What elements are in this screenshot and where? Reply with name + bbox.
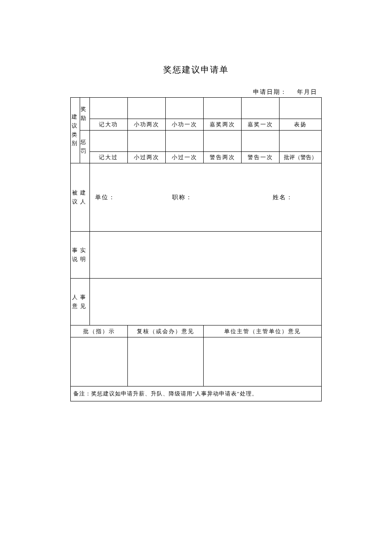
punish-opt-2: 小过一次 xyxy=(165,152,203,163)
person-label: 被建议人 xyxy=(72,189,89,206)
reward-sublabel-cell: 奖励 xyxy=(80,98,89,131)
reward-opt-3: 嘉奖两次 xyxy=(203,119,241,131)
person-title-label: 职称： xyxy=(172,194,245,201)
punish-box-0[interactable] xyxy=(89,131,127,152)
person-unit-label: 单位： xyxy=(92,194,172,201)
category-label: 建议类别 xyxy=(72,113,80,148)
reward-sublabel: 奖励 xyxy=(80,105,89,123)
reward-box-1[interactable] xyxy=(127,98,165,119)
punish-sublabel-cell: 惩罚 xyxy=(80,131,89,163)
approval-header-1: 复核（或会办）意见 xyxy=(127,325,203,337)
date-value: 年月日 xyxy=(297,89,317,95)
punish-opt-3: 警告两次 xyxy=(203,152,241,163)
punish-box-4[interactable] xyxy=(241,131,279,152)
form-table: 建议类别 奖励 记大功 小功两次 小功一次 嘉奖两次 嘉奖一次 表扬 惩罚 xyxy=(70,97,322,401)
approval-header-2: 单位主管（主管单位）意见 xyxy=(203,325,321,337)
approval-cell-0[interactable] xyxy=(71,337,128,386)
punish-opt-1: 小过两次 xyxy=(127,152,165,163)
category-label-cell: 建议类别 xyxy=(71,98,80,163)
person-name-label: 姓名： xyxy=(245,194,320,201)
punish-opt-0: 记大过 xyxy=(89,152,127,163)
punish-box-3[interactable] xyxy=(203,131,241,152)
reward-opt-4: 嘉奖一次 xyxy=(241,119,279,131)
fact-label-cell: 事实说明 xyxy=(71,232,90,279)
person-label-cell: 被建议人 xyxy=(71,163,90,232)
punish-sublabel: 惩罚 xyxy=(80,138,89,156)
reward-box-5[interactable] xyxy=(279,98,321,119)
punish-box-1[interactable] xyxy=(127,131,165,152)
punish-opt-4: 警告一次 xyxy=(241,152,279,163)
date-label: 申请日期： xyxy=(253,89,287,95)
reward-opt-5: 表扬 xyxy=(279,119,321,131)
reward-opt-0: 记大功 xyxy=(89,119,127,131)
approval-cell-2[interactable] xyxy=(203,337,321,386)
reward-opt-2: 小功一次 xyxy=(165,119,203,131)
fact-label: 事实说明 xyxy=(72,246,89,264)
application-date: 申请日期： 年月日 xyxy=(70,88,322,96)
reward-box-4[interactable] xyxy=(241,98,279,119)
fact-content-cell[interactable] xyxy=(89,232,322,279)
form-title: 奖惩建议申请单 xyxy=(70,64,322,76)
approval-cell-1[interactable] xyxy=(127,337,203,386)
remark-cell: 备注：奖惩建议如申请升薪、升队、降级请用"人事异动申请表"处理。 xyxy=(71,386,322,401)
punish-box-2[interactable] xyxy=(165,131,203,152)
hr-label-cell: 人事意见 xyxy=(71,279,90,325)
reward-box-2[interactable] xyxy=(165,98,203,119)
hr-content-cell[interactable] xyxy=(89,279,322,325)
reward-box-3[interactable] xyxy=(203,98,241,119)
person-content-cell[interactable]: 单位： 职称： 姓名： xyxy=(89,163,322,232)
hr-label: 人事意见 xyxy=(72,293,89,311)
punish-box-5[interactable] xyxy=(279,131,321,152)
approval-header-0: 批（指）示 xyxy=(71,325,128,337)
reward-box-0[interactable] xyxy=(89,98,127,119)
punish-opt-5: 批评（警告） xyxy=(279,152,321,163)
reward-opt-1: 小功两次 xyxy=(127,119,165,131)
